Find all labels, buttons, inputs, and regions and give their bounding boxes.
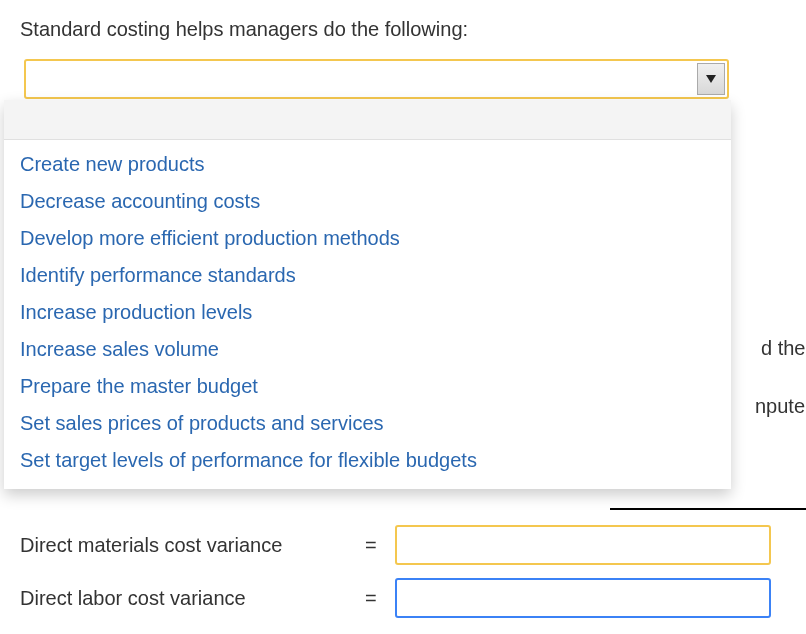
row-label-direct-labor: Direct labor cost variance — [20, 587, 365, 610]
direct-materials-variance-input[interactable] — [395, 525, 771, 565]
direct-labor-variance-input[interactable] — [395, 578, 771, 618]
dropdown-option[interactable]: Develop more efficient production method… — [4, 220, 731, 257]
dropdown-control[interactable] — [24, 59, 729, 99]
equals-sign: = — [365, 534, 395, 557]
variance-row: Direct materials cost variance = — [20, 525, 771, 565]
dropdown-option[interactable]: Increase production levels — [4, 294, 731, 331]
dropdown-blank-option[interactable] — [4, 100, 731, 140]
equals-sign: = — [365, 587, 395, 610]
divider-line — [610, 508, 806, 510]
dropdown-options-list: Create new products Decrease accounting … — [4, 140, 731, 489]
dropdown-option[interactable]: Prepare the master budget — [4, 368, 731, 405]
bg-text-fragment: npute — [755, 395, 805, 418]
dropdown-toggle-button[interactable] — [697, 63, 725, 95]
dropdown-option[interactable]: Set sales prices of products and service… — [4, 405, 731, 442]
variance-row: Direct labor cost variance = — [20, 578, 771, 618]
chevron-down-icon — [705, 74, 717, 84]
dropdown-option[interactable]: Decrease accounting costs — [4, 183, 731, 220]
dropdown-field[interactable] — [24, 59, 729, 99]
dropdown-option[interactable]: Identify performance standards — [4, 257, 731, 294]
svg-marker-0 — [706, 75, 716, 83]
bg-text-fragment: d the — [761, 337, 805, 360]
dropdown-option[interactable]: Set target levels of performance for fle… — [4, 442, 731, 479]
row-label-direct-materials: Direct materials cost variance — [20, 534, 365, 557]
question-text: Standard costing helps managers do the f… — [20, 18, 786, 41]
dropdown-panel: Create new products Decrease accounting … — [4, 100, 731, 489]
dropdown-option[interactable]: Create new products — [4, 146, 731, 183]
dropdown-option[interactable]: Increase sales volume — [4, 331, 731, 368]
